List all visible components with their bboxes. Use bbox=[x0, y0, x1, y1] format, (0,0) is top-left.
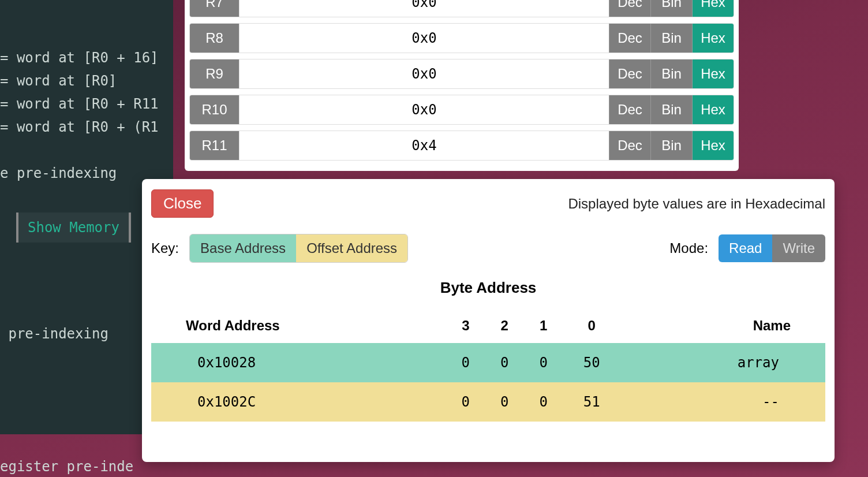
register-row: R90x0DecBinHex bbox=[189, 59, 734, 89]
memory-row[interactable]: 0x1002C00051-- bbox=[151, 382, 825, 422]
col-name: Name bbox=[620, 308, 825, 343]
legend-base-address: Base Address bbox=[190, 234, 296, 262]
memory-hint: Displayed byte values are in Hexadecimal bbox=[568, 196, 825, 212]
format-hex-button[interactable]: Hex bbox=[692, 95, 734, 124]
format-dec-button[interactable]: Dec bbox=[609, 59, 650, 88]
cell-byte-1: 0 bbox=[524, 343, 563, 382]
legend-offset-address: Offset Address bbox=[296, 234, 407, 262]
code-line: = word at [R0] bbox=[0, 69, 173, 92]
register-value: 0x0 bbox=[240, 24, 609, 53]
format-hex-button[interactable]: Hex bbox=[692, 131, 734, 160]
format-hex-button[interactable]: Hex bbox=[692, 59, 734, 88]
col-byte-2: 2 bbox=[485, 308, 524, 343]
col-byte-0: 0 bbox=[563, 308, 620, 343]
cell-name: array bbox=[620, 343, 825, 382]
format-bin-button[interactable]: Bin bbox=[650, 95, 692, 124]
cell-byte-0: 50 bbox=[563, 343, 620, 382]
format-dec-button[interactable]: Dec bbox=[609, 131, 650, 160]
col-word-address: Word Address bbox=[151, 308, 446, 343]
register-label[interactable]: R8 bbox=[190, 24, 240, 53]
register-label[interactable]: R11 bbox=[190, 131, 240, 160]
format-dec-button[interactable]: Dec bbox=[609, 0, 650, 17]
register-row: R70x0DecBinHex bbox=[189, 0, 734, 17]
format-hex-button[interactable]: Hex bbox=[692, 24, 734, 53]
register-label[interactable]: R7 bbox=[190, 0, 240, 17]
memory-row[interactable]: 0x1002800050array bbox=[151, 343, 825, 382]
register-label[interactable]: R9 bbox=[190, 59, 240, 88]
code-line: = word at [R0 + R11 bbox=[0, 92, 173, 115]
format-bin-button[interactable]: Bin bbox=[650, 131, 692, 160]
memory-dialog: Close Displayed byte values are in Hexad… bbox=[142, 179, 835, 462]
code-line: = word at [R0 + (R1 bbox=[0, 115, 173, 139]
mode-toggle: Read Write bbox=[719, 234, 825, 262]
close-button[interactable]: Close bbox=[151, 189, 214, 218]
format-bin-button[interactable]: Bin bbox=[650, 59, 692, 88]
memory-table: Word Address 3 2 1 0 Name 0x1002800050ar… bbox=[151, 308, 825, 422]
col-byte-3: 3 bbox=[446, 308, 485, 343]
register-label[interactable]: R10 bbox=[190, 95, 240, 124]
cell-byte-2: 0 bbox=[485, 382, 524, 422]
key-label: Key: bbox=[151, 240, 179, 256]
byte-address-title: Byte Address bbox=[151, 279, 825, 297]
register-row: R110x4DecBinHex bbox=[189, 131, 734, 161]
registers-panel: R70x0DecBinHexR80x0DecBinHexR90x0DecBinH… bbox=[185, 0, 739, 171]
register-value: 0x4 bbox=[240, 131, 609, 160]
key-legend: Base Address Offset Address bbox=[189, 234, 408, 263]
cell-word-address: 0x1002C bbox=[151, 382, 446, 422]
cell-name: -- bbox=[620, 382, 825, 422]
cell-byte-0: 51 bbox=[563, 382, 620, 422]
cell-byte-2: 0 bbox=[485, 343, 524, 382]
code-line: = word at [R0 + 16] bbox=[0, 46, 173, 69]
format-bin-button[interactable]: Bin bbox=[650, 0, 692, 17]
register-row: R80x0DecBinHex bbox=[189, 23, 734, 53]
col-byte-1: 1 bbox=[524, 308, 563, 343]
cell-byte-3: 0 bbox=[446, 343, 485, 382]
format-dec-button[interactable]: Dec bbox=[609, 24, 650, 53]
cell-byte-3: 0 bbox=[446, 382, 485, 422]
cell-byte-1: 0 bbox=[524, 382, 563, 422]
register-value: 0x0 bbox=[240, 95, 609, 124]
format-hex-button[interactable]: Hex bbox=[692, 0, 734, 17]
show-memory-button[interactable]: Show Memory bbox=[16, 213, 131, 243]
mode-write-button[interactable]: Write bbox=[772, 234, 825, 262]
register-row: R100x0DecBinHex bbox=[189, 95, 734, 125]
format-bin-button[interactable]: Bin bbox=[650, 24, 692, 53]
mode-read-button[interactable]: Read bbox=[719, 234, 772, 262]
cell-word-address: 0x10028 bbox=[151, 343, 446, 382]
register-value: 0x0 bbox=[240, 0, 609, 17]
register-value: 0x0 bbox=[240, 59, 609, 88]
mode-label: Mode: bbox=[669, 240, 708, 256]
format-dec-button[interactable]: Dec bbox=[609, 95, 650, 124]
